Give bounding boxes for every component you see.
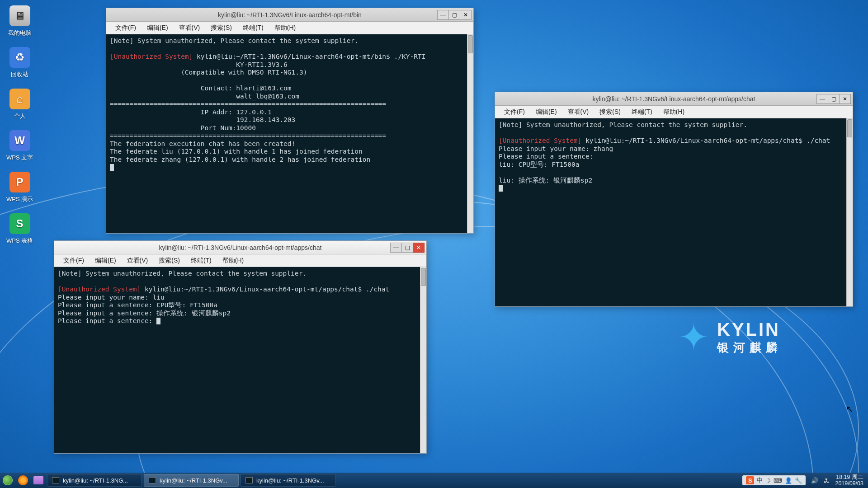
kylin-logo: ✦ KYLIN 银河麒麟: [679, 316, 782, 358]
system-tray: S 中 ☽ ⌨ 👤 🔧: [742, 475, 806, 485]
desktop-icon-wps-spreadsheet[interactable]: SWPS 表格: [6, 213, 33, 245]
cursor-icon: [499, 185, 503, 192]
minimize-button[interactable]: —: [390, 243, 402, 253]
wps-presentation-icon: P: [9, 172, 30, 192]
prompt-text: kylin@liu:~/RTI-1.3NGv6/Linux-aarch64-op…: [581, 137, 830, 144]
titlebar[interactable]: kylin@liu: ~/RTI-1.3NGv6/Linux-aarch64-o…: [106, 8, 473, 22]
taskbar-item-3[interactable]: kylin@liu: ~/RTI-1.3NGv...: [241, 474, 335, 487]
close-button[interactable]: ✕: [413, 243, 425, 253]
start-icon: [3, 475, 13, 485]
scrollbar[interactable]: [467, 34, 473, 233]
firefox-launcher[interactable]: [15, 473, 31, 488]
person-icon[interactable]: 👤: [785, 477, 792, 484]
menu-view[interactable]: 查看(V): [122, 255, 154, 266]
titlebar[interactable]: kylin@liu: ~/RTI-1.3NGv6/Linux-aarch64-o…: [54, 241, 426, 254]
icon-label: 我的电脑: [8, 29, 32, 37]
scroll-thumb[interactable]: [421, 268, 426, 286]
desktop-icon-computer[interactable]: 🖥我的电脑: [8, 5, 32, 37]
menu-help[interactable]: 帮助(H): [269, 23, 301, 33]
terminal-window-bin[interactable]: kylin@liu: ~/RTI-1.3NGv6/Linux-aarch64-o…: [106, 8, 474, 234]
terminal-window-chat-zhang[interactable]: kylin@liu: ~/RTI-1.3NGv6/Linux-aarch64-o…: [495, 92, 853, 307]
menu-search[interactable]: 搜索(S): [594, 107, 626, 117]
menubar: 文件(F) 编辑(E) 查看(V) 搜索(S) 终端(T) 帮助(H): [106, 22, 473, 34]
menu-file[interactable]: 文件(F): [58, 255, 90, 266]
home-icon: ⌂: [9, 89, 30, 109]
menu-file[interactable]: 文件(F): [110, 23, 142, 33]
icon-label: WPS 演示: [6, 195, 33, 203]
icon-label: 个人: [14, 112, 26, 120]
file-manager-icon: [33, 476, 43, 484]
note-text: [Note] System unauthorized, Please conta…: [499, 121, 747, 128]
menu-view[interactable]: 查看(V): [174, 23, 206, 33]
task-label: kylin@liu: ~/RTI-1.3NGv...: [256, 477, 324, 484]
ime-indicator[interactable]: 中: [757, 476, 763, 484]
icon-label: 回收站: [11, 70, 28, 79]
terminal-window-chat-liu[interactable]: kylin@liu: ~/RTI-1.3NGv6/Linux-aarch64-o…: [54, 240, 427, 454]
terminal-output: Please input your name: zhang Please inp…: [499, 145, 613, 184]
menu-help[interactable]: 帮助(H): [658, 107, 690, 117]
menu-edit[interactable]: 编辑(E): [530, 107, 562, 117]
network-icon[interactable]: 🖧: [824, 477, 830, 484]
note-text: [Note] System unauthorized, Please conta…: [110, 37, 359, 44]
desktop-icons: 🖥我的电脑 ♻回收站 ⌂个人 WWPS 文字 PWPS 演示 SWPS 表格: [6, 5, 33, 245]
volume-icon[interactable]: 🔊: [811, 477, 818, 484]
desktop-icon-trash[interactable]: ♻回收站: [9, 47, 30, 79]
icon-label: WPS 表格: [6, 237, 33, 245]
keyboard-icon[interactable]: ⌨: [774, 477, 782, 484]
scrollbar[interactable]: [846, 118, 853, 306]
terminal-body[interactable]: [Note] System unauthorized, Please conta…: [54, 267, 426, 453]
scroll-thumb[interactable]: [847, 119, 852, 137]
taskbar-item-1[interactable]: kylin@liu: ~/RTI-1.3NG...: [47, 474, 142, 487]
desktop-icon-home[interactable]: ⌂个人: [9, 89, 30, 120]
menu-view[interactable]: 查看(V): [562, 107, 594, 117]
terminal-body[interactable]: [Note] System unauthorized, Please conta…: [106, 34, 473, 233]
minimize-button[interactable]: —: [437, 10, 449, 20]
sogou-ime-icon[interactable]: S: [746, 476, 754, 484]
menu-terminal[interactable]: 终端(T): [237, 23, 269, 33]
wps-writer-icon: W: [9, 130, 30, 151]
close-button[interactable]: ✕: [460, 10, 472, 20]
menubar: 文件(F) 编辑(E) 查看(V) 搜索(S) 终端(T) 帮助(H): [54, 254, 426, 267]
clock[interactable]: 18:19 周二 2019/09/03: [835, 474, 863, 487]
menu-file[interactable]: 文件(F): [499, 107, 530, 117]
titlebar[interactable]: kylin@liu: ~/RTI-1.3NGv6/Linux-aarch64-o…: [495, 92, 853, 106]
unauthorized-label: [Unauthorized System]: [110, 53, 193, 60]
menu-edit[interactable]: 编辑(E): [142, 23, 174, 33]
prompt-text: kylin@liu:~/RTI-1.3NGv6/Linux-aarch64-op…: [141, 286, 389, 293]
menubar: 文件(F) 编辑(E) 查看(V) 搜索(S) 终端(T) 帮助(H): [495, 106, 853, 118]
menu-terminal[interactable]: 终端(T): [626, 107, 658, 117]
computer-icon: 🖥: [9, 5, 30, 26]
taskbar: kylin@liu: ~/RTI-1.3NG... kylin@liu: ~/R…: [0, 473, 868, 488]
wps-spreadsheet-icon: S: [9, 213, 30, 234]
scrollbar[interactable]: [420, 267, 426, 453]
menu-search[interactable]: 搜索(S): [153, 255, 185, 266]
menu-help[interactable]: 帮助(H): [217, 255, 249, 266]
window-title: kylin@liu: ~/RTI-1.3NGv6/Linux-aarch64-o…: [495, 95, 853, 103]
terminal-icon: [52, 477, 59, 483]
menu-terminal[interactable]: 终端(T): [185, 255, 217, 266]
terminal-body[interactable]: [Note] System unauthorized, Please conta…: [495, 118, 853, 306]
close-button[interactable]: ✕: [839, 94, 851, 104]
task-label: kylin@liu: ~/RTI-1.3NG...: [63, 477, 128, 484]
minimize-button[interactable]: —: [816, 94, 828, 104]
scroll-thumb[interactable]: [468, 35, 473, 53]
moon-icon[interactable]: ☽: [765, 477, 771, 484]
desktop-icon-wps-writer[interactable]: WWPS 文字: [6, 130, 33, 162]
firefox-icon: [18, 475, 28, 485]
start-button[interactable]: [0, 473, 15, 488]
clock-time: 18:19 周二: [835, 474, 863, 480]
trash-icon: ♻: [9, 47, 30, 68]
maximize-button[interactable]: ▢: [401, 243, 413, 253]
taskbar-item-2[interactable]: kylin@liu: ~/RTI-1.3NGv...: [144, 474, 239, 487]
clock-date: 2019/09/03: [835, 480, 863, 487]
maximize-button[interactable]: ▢: [828, 94, 840, 104]
menu-edit[interactable]: 编辑(E): [90, 255, 122, 266]
file-manager-launcher[interactable]: [31, 473, 46, 488]
maximize-button[interactable]: ▢: [448, 10, 460, 20]
kylin-mark-icon: ✦: [679, 316, 709, 358]
wrench-icon[interactable]: 🔧: [795, 477, 802, 484]
menu-search[interactable]: 搜索(S): [205, 23, 237, 33]
kylin-cn: 银河麒麟: [717, 340, 782, 356]
desktop-icon-wps-presentation[interactable]: PWPS 演示: [6, 172, 33, 203]
terminal-icon: [149, 477, 156, 483]
